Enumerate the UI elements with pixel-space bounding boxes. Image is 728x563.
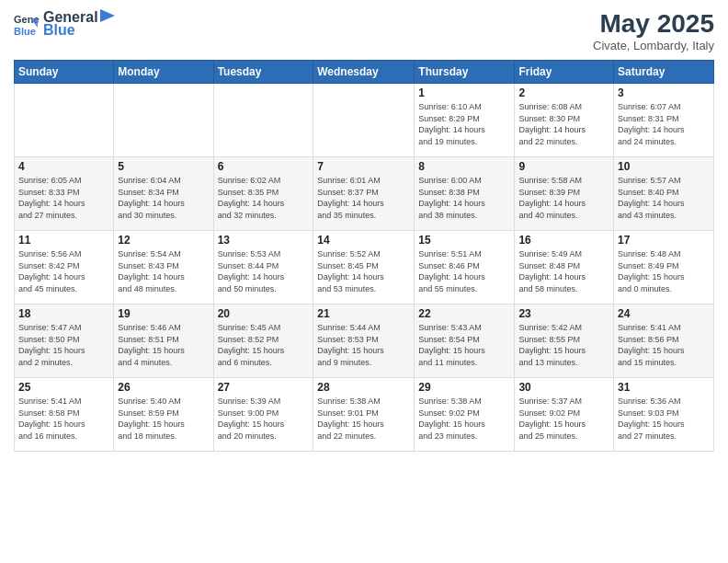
day-info: Sunrise: 5:38 AM Sunset: 9:02 PM Dayligh…: [418, 396, 510, 442]
calendar-week-5: 25Sunrise: 5:41 AM Sunset: 8:58 PM Dayli…: [15, 378, 714, 452]
title-block: May 2025 Civate, Lombardy, Italy: [593, 9, 714, 52]
calendar-cell: [15, 84, 114, 157]
calendar-week-3: 11Sunrise: 5:56 AM Sunset: 8:42 PM Dayli…: [15, 231, 714, 304]
day-info: Sunrise: 6:01 AM Sunset: 8:37 PM Dayligh…: [317, 175, 410, 221]
day-number: 9: [518, 160, 609, 173]
month-title: May 2025: [593, 9, 714, 39]
calendar-cell: 29Sunrise: 5:38 AM Sunset: 9:02 PM Dayli…: [415, 378, 515, 452]
calendar-header-row: SundayMondayTuesdayWednesdayThursdayFrid…: [15, 61, 714, 84]
day-info: Sunrise: 5:38 AM Sunset: 9:01 PM Dayligh…: [317, 396, 410, 442]
column-header-wednesday: Wednesday: [313, 61, 415, 84]
calendar-cell: 9Sunrise: 5:58 AM Sunset: 8:39 PM Daylig…: [515, 157, 614, 231]
calendar-cell: 13Sunrise: 5:53 AM Sunset: 8:44 PM Dayli…: [213, 231, 313, 304]
day-number: 18: [18, 307, 109, 320]
svg-text:Blue: Blue: [14, 26, 36, 37]
logo-icon: General Blue: [14, 11, 40, 37]
calendar-cell: 14Sunrise: 5:52 AM Sunset: 8:45 PM Dayli…: [313, 231, 415, 304]
day-number: 14: [317, 234, 410, 247]
day-number: 2: [518, 86, 609, 99]
calendar-cell: 27Sunrise: 5:39 AM Sunset: 9:00 PM Dayli…: [213, 378, 313, 452]
svg-marker-3: [100, 9, 115, 22]
day-number: 30: [518, 381, 609, 394]
day-number: 11: [18, 234, 109, 247]
day-number: 27: [218, 381, 310, 394]
day-number: 3: [618, 86, 710, 99]
day-number: 4: [18, 160, 109, 173]
day-number: 19: [118, 307, 209, 320]
location-subtitle: Civate, Lombardy, Italy: [593, 39, 714, 52]
calendar-cell: 23Sunrise: 5:42 AM Sunset: 8:55 PM Dayli…: [515, 304, 614, 378]
day-number: 12: [118, 234, 209, 247]
calendar-cell: 8Sunrise: 6:00 AM Sunset: 8:38 PM Daylig…: [415, 157, 515, 231]
day-info: Sunrise: 5:42 AM Sunset: 8:55 PM Dayligh…: [518, 322, 609, 368]
day-info: Sunrise: 5:49 AM Sunset: 8:48 PM Dayligh…: [518, 248, 609, 294]
calendar-cell: 10Sunrise: 5:57 AM Sunset: 8:40 PM Dayli…: [614, 157, 714, 231]
day-info: Sunrise: 6:04 AM Sunset: 8:34 PM Dayligh…: [118, 175, 209, 221]
calendar-cell: 25Sunrise: 5:41 AM Sunset: 8:58 PM Dayli…: [15, 378, 114, 452]
day-info: Sunrise: 5:54 AM Sunset: 8:43 PM Dayligh…: [118, 248, 209, 294]
day-number: 16: [518, 234, 609, 247]
day-number: 10: [618, 160, 710, 173]
day-info: Sunrise: 6:05 AM Sunset: 8:33 PM Dayligh…: [18, 175, 109, 221]
calendar-week-2: 4Sunrise: 6:05 AM Sunset: 8:33 PM Daylig…: [15, 157, 714, 231]
day-info: Sunrise: 6:00 AM Sunset: 8:38 PM Dayligh…: [418, 175, 510, 221]
calendar-cell: 15Sunrise: 5:51 AM Sunset: 8:46 PM Dayli…: [415, 231, 515, 304]
day-info: Sunrise: 6:08 AM Sunset: 8:30 PM Dayligh…: [518, 101, 609, 147]
column-header-thursday: Thursday: [415, 61, 515, 84]
day-info: Sunrise: 5:47 AM Sunset: 8:50 PM Dayligh…: [18, 322, 109, 368]
page: General Blue General Blue May 2025 Civat…: [0, 0, 728, 563]
day-info: Sunrise: 6:02 AM Sunset: 8:35 PM Dayligh…: [218, 175, 310, 221]
calendar-cell: 21Sunrise: 5:44 AM Sunset: 8:53 PM Dayli…: [313, 304, 415, 378]
day-number: 7: [317, 160, 410, 173]
column-header-sunday: Sunday: [15, 61, 114, 84]
column-header-tuesday: Tuesday: [213, 61, 313, 84]
day-info: Sunrise: 5:51 AM Sunset: 8:46 PM Dayligh…: [418, 248, 510, 294]
calendar-cell: [114, 84, 213, 157]
calendar-cell: 6Sunrise: 6:02 AM Sunset: 8:35 PM Daylig…: [213, 157, 313, 231]
day-number: 8: [418, 160, 510, 173]
day-info: Sunrise: 5:45 AM Sunset: 8:52 PM Dayligh…: [218, 322, 310, 368]
day-number: 13: [218, 234, 310, 247]
day-info: Sunrise: 5:53 AM Sunset: 8:44 PM Dayligh…: [218, 248, 310, 294]
column-header-monday: Monday: [114, 61, 213, 84]
calendar-cell: 28Sunrise: 5:38 AM Sunset: 9:01 PM Dayli…: [313, 378, 415, 452]
calendar-cell: [213, 84, 313, 157]
day-number: 20: [218, 307, 310, 320]
calendar-cell: 19Sunrise: 5:46 AM Sunset: 8:51 PM Dayli…: [114, 304, 213, 378]
day-info: Sunrise: 5:46 AM Sunset: 8:51 PM Dayligh…: [118, 322, 209, 368]
day-info: Sunrise: 5:48 AM Sunset: 8:49 PM Dayligh…: [618, 248, 710, 294]
calendar-cell: 22Sunrise: 5:43 AM Sunset: 8:54 PM Dayli…: [415, 304, 515, 378]
calendar-cell: 26Sunrise: 5:40 AM Sunset: 8:59 PM Dayli…: [114, 378, 213, 452]
day-info: Sunrise: 5:36 AM Sunset: 9:03 PM Dayligh…: [618, 396, 710, 442]
day-number: 22: [418, 307, 510, 320]
column-header-friday: Friday: [515, 61, 614, 84]
calendar-table: SundayMondayTuesdayWednesdayThursdayFrid…: [14, 60, 714, 452]
day-info: Sunrise: 5:37 AM Sunset: 9:02 PM Dayligh…: [518, 396, 609, 442]
day-number: 25: [18, 381, 109, 394]
calendar-cell: 3Sunrise: 6:07 AM Sunset: 8:31 PM Daylig…: [614, 84, 714, 157]
calendar-cell: 16Sunrise: 5:49 AM Sunset: 8:48 PM Dayli…: [515, 231, 614, 304]
day-info: Sunrise: 5:57 AM Sunset: 8:40 PM Dayligh…: [618, 175, 710, 221]
day-info: Sunrise: 5:56 AM Sunset: 8:42 PM Dayligh…: [18, 248, 109, 294]
column-header-saturday: Saturday: [614, 61, 714, 84]
header: General Blue General Blue May 2025 Civat…: [14, 9, 714, 52]
calendar-cell: 7Sunrise: 6:01 AM Sunset: 8:37 PM Daylig…: [313, 157, 415, 231]
calendar-cell: 11Sunrise: 5:56 AM Sunset: 8:42 PM Dayli…: [15, 231, 114, 304]
calendar-cell: 17Sunrise: 5:48 AM Sunset: 8:49 PM Dayli…: [614, 231, 714, 304]
day-number: 17: [618, 234, 710, 247]
calendar-cell: 1Sunrise: 6:10 AM Sunset: 8:29 PM Daylig…: [415, 84, 515, 157]
calendar-cell: [313, 84, 415, 157]
calendar-cell: 2Sunrise: 6:08 AM Sunset: 8:30 PM Daylig…: [515, 84, 614, 157]
day-number: 29: [418, 381, 510, 394]
calendar-week-1: 1Sunrise: 6:10 AM Sunset: 8:29 PM Daylig…: [15, 84, 714, 157]
day-number: 1: [418, 86, 510, 99]
day-info: Sunrise: 6:07 AM Sunset: 8:31 PM Dayligh…: [618, 101, 710, 147]
calendar-cell: 30Sunrise: 5:37 AM Sunset: 9:02 PM Dayli…: [515, 378, 614, 452]
calendar-cell: 31Sunrise: 5:36 AM Sunset: 9:03 PM Dayli…: [614, 378, 714, 452]
day-info: Sunrise: 5:58 AM Sunset: 8:39 PM Dayligh…: [518, 175, 609, 221]
day-number: 6: [218, 160, 310, 173]
day-info: Sunrise: 5:41 AM Sunset: 8:58 PM Dayligh…: [18, 396, 109, 442]
day-info: Sunrise: 5:39 AM Sunset: 9:00 PM Dayligh…: [218, 396, 310, 442]
day-info: Sunrise: 6:10 AM Sunset: 8:29 PM Dayligh…: [418, 101, 510, 147]
day-number: 23: [518, 307, 609, 320]
